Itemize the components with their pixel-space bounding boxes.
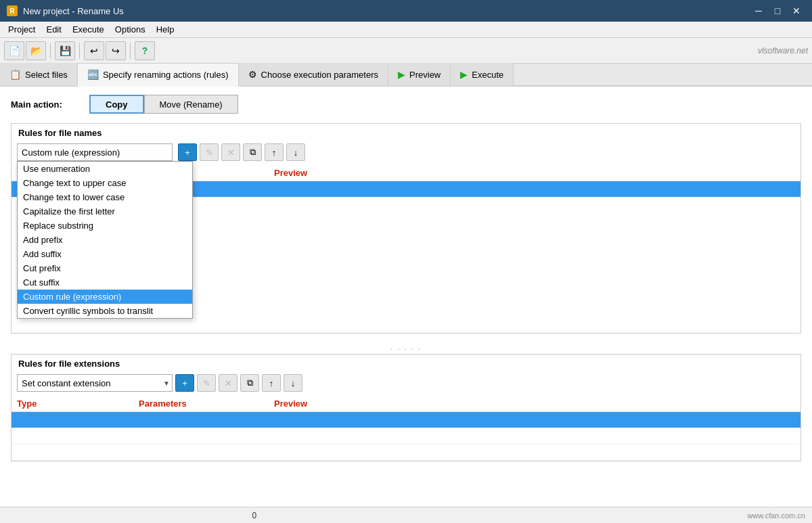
dropdown-option-cut-prefix[interactable]: Cut prefix <box>18 261 192 275</box>
menu-help[interactable]: Help <box>151 23 180 36</box>
branding-text: vlsoftware.net <box>758 46 808 55</box>
ext-empty-row-1 <box>12 428 800 445</box>
ext-col-type: Type <box>12 396 133 412</box>
file-names-section: Rules for file names Custom rule (expres… <box>11 123 801 334</box>
tab-execution-params-label: Choose execution parameters <box>261 70 378 80</box>
file-extensions-section: Rules for file extensions Set constant e… <box>11 354 801 461</box>
menu-options[interactable]: Options <box>110 23 151 36</box>
toolbar-separator-1 <box>50 43 51 59</box>
tab-specify-rules[interactable]: 🔤 Specify renaming actions (rules) <box>78 64 239 87</box>
minimize-button[interactable]: ─ <box>750 3 767 18</box>
ext-cell-preview <box>269 412 800 428</box>
dropdown-option-capitalize[interactable]: Capitalize the first letter <box>18 204 192 219</box>
file-names-dropdown-wrap: Custom rule (expression) Use enumeration… <box>17 143 173 161</box>
redo-button[interactable]: ↪ <box>106 41 126 60</box>
file-names-title: Rules for file names <box>12 124 800 141</box>
app-icon: R <box>7 5 18 16</box>
file-names-up-button[interactable]: ↑ <box>265 143 284 161</box>
preview-icon: ▶ <box>398 69 405 80</box>
open-button[interactable]: 📂 <box>26 41 46 60</box>
file-names-down-button[interactable]: ↓ <box>286 143 305 161</box>
move-rename-button[interactable]: Move (Rename) <box>144 95 238 114</box>
file-extensions-dropdown-wrap: Set constant extension ▼ <box>17 374 173 392</box>
maximize-button[interactable]: □ <box>769 3 786 18</box>
main-action-label: Main action: <box>11 99 78 110</box>
file-extensions-table: Type Parameters Preview <box>12 396 800 461</box>
dropdown-option-add-prefix[interactable]: Add prefix <box>18 233 192 247</box>
file-extensions-add-button[interactable]: + <box>175 374 194 392</box>
file-names-copy-button[interactable]: ⧉ <box>243 143 262 161</box>
file-extensions-toolbar: Set constant extension ▼ + ✎ ✕ ⧉ ↑ ↓ <box>12 371 800 396</box>
tab-execute-label: Execute <box>472 70 503 80</box>
main-content: Main action: Copy Move (Rename) Rules fo… <box>0 87 812 507</box>
ext-table-row[interactable] <box>12 412 800 428</box>
execution-params-icon: ⚙ <box>248 69 257 80</box>
dropdown-option-cyrillic[interactable]: Convert cyrillic symbols to translit <box>18 304 192 318</box>
dropdown-option-custom[interactable]: Custom rule (expression) <box>18 290 192 304</box>
section-divider: . . . . . <box>11 340 801 354</box>
file-extensions-delete-button[interactable]: ✕ <box>219 374 238 392</box>
main-action-row: Main action: Copy Move (Rename) <box>11 95 801 114</box>
ext-col-preview: Preview <box>269 396 800 412</box>
dropdown-option-lower[interactable]: Change text to lower case <box>18 190 192 204</box>
tab-preview[interactable]: ▶ Preview <box>388 63 451 86</box>
window-title: New project - Rename Us <box>23 6 124 16</box>
tab-execution-params[interactable]: ⚙ Choose execution parameters <box>239 63 388 86</box>
tab-select-files-label: Select files <box>25 70 68 80</box>
save-button[interactable]: 💾 <box>55 41 75 60</box>
file-names-add-button[interactable]: + <box>178 143 197 161</box>
toolbar: 📄 📂 💾 ↩ ↪ ? vlsoftware.net <box>0 38 812 64</box>
execute-icon: ▶ <box>460 69 468 80</box>
titlebar-left: R New project - Rename Us <box>7 5 124 16</box>
ext-cell-parameters <box>133 412 269 428</box>
menu-execute[interactable]: Execute <box>67 23 110 36</box>
file-names-dropdown-list[interactable]: Use enumeration Change text to upper cas… <box>17 161 193 319</box>
file-extensions-down-button[interactable]: ↓ <box>284 374 302 392</box>
menu-project[interactable]: Project <box>3 23 41 36</box>
file-extensions-dropdown[interactable]: Set constant extension <box>17 374 173 392</box>
close-button[interactable]: ✕ <box>788 3 805 18</box>
menu-edit[interactable]: Edit <box>41 23 66 36</box>
file-names-edit-button[interactable]: ✎ <box>200 143 219 161</box>
toolbar-separator-2 <box>79 43 80 59</box>
undo-button[interactable]: ↩ <box>84 41 104 60</box>
file-names-toolbar: Custom rule (expression) Use enumeration… <box>12 141 800 165</box>
file-extensions-copy-button[interactable]: ⧉ <box>240 374 259 392</box>
dropdown-option-upper[interactable]: Change text to upper case <box>18 176 192 190</box>
cell-preview <box>269 181 800 198</box>
ext-col-parameters: Parameters <box>133 396 269 412</box>
file-extensions-edit-button[interactable]: ✎ <box>197 374 216 392</box>
tab-select-files[interactable]: 📋 Select files <box>0 63 78 86</box>
dropdown-option-cut-suffix[interactable]: Cut suffix <box>18 275 192 290</box>
titlebar: R New project - Rename Us ─ □ ✕ <box>0 0 812 22</box>
col-preview: Preview <box>269 165 800 181</box>
menubar: Project Edit Execute Options Help <box>0 22 812 38</box>
new-button[interactable]: 📄 <box>4 41 24 60</box>
file-extensions-title: Rules for file extensions <box>12 355 800 371</box>
file-extensions-up-button[interactable]: ↑ <box>262 374 281 392</box>
select-files-icon: 📋 <box>9 69 21 80</box>
dropdown-option-enumeration[interactable]: Use enumeration <box>18 162 192 176</box>
titlebar-controls: ─ □ ✕ <box>750 3 805 18</box>
tab-preview-label: Preview <box>409 70 441 80</box>
dropdown-option-add-suffix[interactable]: Add suffix <box>18 247 192 261</box>
help-button[interactable]: ? <box>135 41 155 60</box>
specify-rules-icon: 🔤 <box>87 69 99 80</box>
tabbar: 📋 Select files 🔤 Specify renaming action… <box>0 64 812 87</box>
dropdown-option-replace[interactable]: Replace substring <box>18 219 192 233</box>
toolbar-separator-3 <box>130 43 131 59</box>
file-names-delete-button[interactable]: ✕ <box>221 143 240 161</box>
file-names-dropdown[interactable]: Custom rule (expression) <box>17 143 173 161</box>
ext-cell-type <box>12 412 133 428</box>
tab-execute[interactable]: ▶ Execute <box>451 63 514 86</box>
copy-button[interactable]: Copy <box>89 95 144 114</box>
ext-empty-row-2 <box>12 445 800 461</box>
tab-specify-rules-label: Specify renaming actions (rules) <box>103 70 229 80</box>
